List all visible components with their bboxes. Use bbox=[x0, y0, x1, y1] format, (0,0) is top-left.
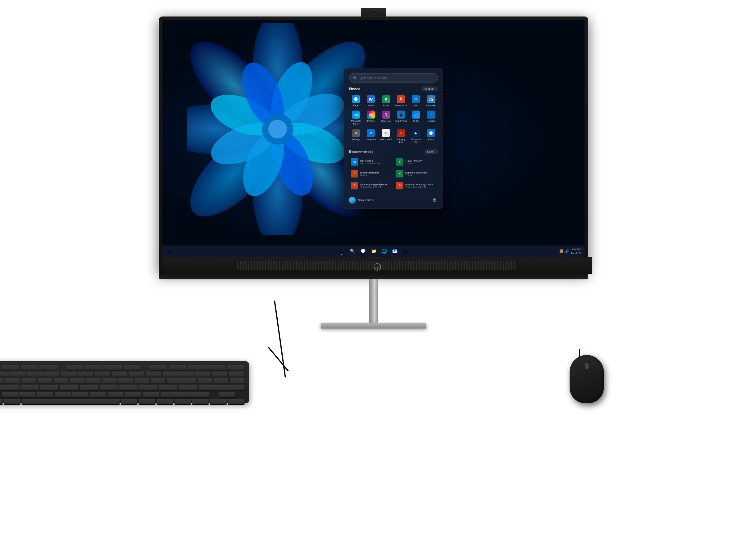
key-f9[interactable] bbox=[149, 364, 168, 370]
key-f5[interactable] bbox=[66, 364, 84, 370]
key-pgup[interactable] bbox=[229, 371, 244, 377]
app-todo[interactable]: ✓ To Do bbox=[409, 109, 423, 127]
key-f3[interactable] bbox=[21, 364, 39, 370]
rec-get-started[interactable]: ⊞ Get Started Welcome to Windows bbox=[349, 157, 393, 167]
app-store[interactable]: 🛍 Microsoft Store bbox=[349, 109, 363, 127]
key-4[interactable] bbox=[10, 371, 26, 377]
rec-payroll[interactable]: P Quarterly Payroll Report Yesterday at … bbox=[349, 181, 393, 191]
key-f2[interactable] bbox=[1, 364, 20, 370]
key-w[interactable] bbox=[0, 378, 4, 383]
key-f11[interactable] bbox=[188, 364, 206, 370]
key-o[interactable] bbox=[102, 378, 117, 383]
key-right[interactable] bbox=[228, 399, 244, 404]
key-p[interactable] bbox=[118, 378, 133, 383]
key-0[interactable] bbox=[111, 371, 127, 377]
taskbar-overflow-icon[interactable]: ∧ bbox=[165, 247, 174, 256]
key-equal[interactable] bbox=[145, 371, 161, 377]
key-f1[interactable] bbox=[0, 364, 0, 370]
key-t[interactable] bbox=[37, 378, 53, 383]
rec-brand[interactable]: P Brand Guidelines 2h ago bbox=[349, 169, 393, 179]
taskbar-chat-button[interactable]: 💬 bbox=[359, 247, 367, 256]
app-linkedin[interactable]: in LinkedIn bbox=[424, 109, 438, 127]
key-f[interactable] bbox=[40, 385, 59, 391]
key-s[interactable] bbox=[0, 385, 19, 391]
app-clock[interactable]: 🕐 Clock bbox=[424, 128, 438, 145]
key-g[interactable] bbox=[59, 385, 78, 391]
mouse[interactable] bbox=[570, 355, 604, 403]
key-m[interactable] bbox=[89, 392, 106, 397]
key-rwin[interactable] bbox=[138, 399, 155, 404]
app-onenote[interactable]: N OneNote bbox=[379, 109, 393, 127]
user-info[interactable]: S Sara Phillips bbox=[349, 197, 374, 204]
key-down[interactable] bbox=[210, 399, 227, 404]
taskbar-clock[interactable]: 10/09/21 11:11 AM bbox=[571, 248, 582, 255]
key-space[interactable] bbox=[22, 399, 120, 404]
rec-adatum[interactable]: P Adatum Company Profile Yesterday at 2:… bbox=[394, 181, 438, 191]
key-v[interactable] bbox=[37, 392, 54, 397]
taskbar-edge-button[interactable]: 🌐 bbox=[380, 247, 388, 256]
key-n[interactable] bbox=[72, 392, 89, 397]
app-whiteboard[interactable]: ✏ Whiteboard bbox=[379, 128, 393, 145]
key-minus[interactable] bbox=[129, 371, 145, 377]
key-6[interactable] bbox=[44, 371, 60, 377]
app-edge[interactable]: Edge bbox=[349, 94, 363, 108]
key-period[interactable] bbox=[125, 392, 141, 397]
key-7[interactable] bbox=[61, 371, 77, 377]
key-u[interactable] bbox=[70, 378, 85, 383]
system-tray[interactable]: 📶 🔊 bbox=[559, 249, 569, 253]
key-f6[interactable] bbox=[85, 364, 103, 370]
app-yourphone[interactable]: 📱 Your Phone bbox=[394, 109, 408, 127]
app-calendar[interactable]: 📅 Calendar bbox=[424, 94, 438, 108]
key-d[interactable] bbox=[20, 385, 39, 391]
keyboard[interactable] bbox=[0, 361, 249, 403]
key-3[interactable] bbox=[0, 371, 9, 377]
key-9[interactable] bbox=[95, 371, 110, 377]
key-f7[interactable] bbox=[104, 364, 122, 370]
key-backslash[interactable] bbox=[166, 378, 197, 383]
app-movies[interactable]: ▶ Movies & TV bbox=[409, 128, 423, 145]
rec-travel[interactable]: X Travel Itinerary 17h ago bbox=[394, 157, 438, 167]
app-calculator[interactable]: = Calculator bbox=[364, 128, 378, 145]
key-del2[interactable] bbox=[197, 378, 212, 383]
key-semicolon[interactable] bbox=[159, 385, 178, 391]
key-r[interactable] bbox=[21, 378, 36, 383]
key-comma[interactable] bbox=[107, 392, 124, 397]
all-apps-button[interactable]: All apps › bbox=[421, 86, 438, 91]
app-excel[interactable]: X Excel bbox=[379, 94, 393, 108]
key-rbracket[interactable] bbox=[150, 378, 165, 383]
key-rshift[interactable] bbox=[160, 392, 209, 397]
key-k[interactable] bbox=[119, 385, 138, 391]
key-l[interactable] bbox=[139, 385, 158, 391]
key-5[interactable] bbox=[27, 371, 43, 377]
key-8[interactable] bbox=[78, 371, 94, 377]
search-bar[interactable]: 🔍 Type here to search bbox=[349, 74, 438, 83]
key-e[interactable] bbox=[5, 378, 20, 383]
rec-expense[interactable]: X Expense Worksheet 17h ago bbox=[394, 169, 438, 179]
taskbar-mail-button[interactable]: 📧 bbox=[390, 247, 399, 256]
key-up[interactable] bbox=[219, 392, 236, 397]
taskbar-store-button[interactable]: 🛍 bbox=[401, 247, 410, 256]
taskbar-search-button[interactable]: 🔍 bbox=[348, 247, 357, 256]
app-powerpoint[interactable]: P PowerPoint bbox=[394, 94, 408, 108]
key-x[interactable] bbox=[2, 392, 18, 397]
key-slash[interactable] bbox=[143, 392, 159, 397]
app-word[interactable]: W Word bbox=[364, 94, 378, 108]
key-z[interactable] bbox=[0, 392, 1, 397]
key-rctrl[interactable] bbox=[174, 399, 191, 404]
key-f10[interactable] bbox=[169, 364, 187, 370]
key-i[interactable] bbox=[86, 378, 101, 383]
key-f12[interactable] bbox=[207, 364, 225, 370]
key-backspace[interactable] bbox=[162, 371, 194, 377]
key-del[interactable] bbox=[226, 364, 244, 370]
app-photos[interactable]: 🌸 Photos bbox=[364, 109, 378, 127]
key-f4[interactable] bbox=[40, 364, 58, 370]
key-b[interactable] bbox=[54, 392, 71, 397]
key-y[interactable] bbox=[54, 378, 69, 383]
key-c[interactable] bbox=[19, 392, 36, 397]
key-ins[interactable] bbox=[195, 371, 211, 377]
taskbar-start-button[interactable]: ⊞ bbox=[337, 247, 346, 256]
key-j[interactable] bbox=[99, 385, 118, 391]
key-ralt[interactable] bbox=[121, 399, 137, 404]
key-left[interactable] bbox=[192, 399, 209, 404]
taskbar-explorer-button[interactable]: 📁 bbox=[369, 247, 378, 256]
